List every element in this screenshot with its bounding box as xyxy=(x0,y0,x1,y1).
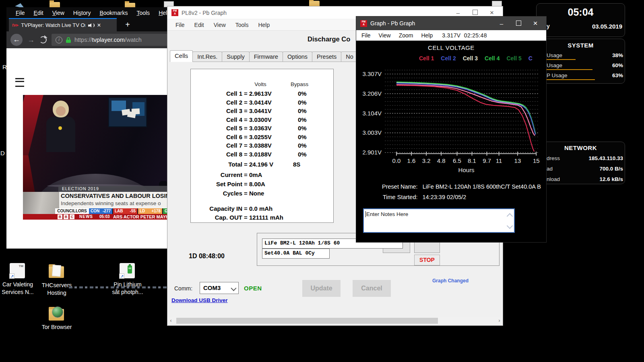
desktop-icon-tor-browser[interactable] xyxy=(49,306,65,322)
pl8-menu-help[interactable]: Help xyxy=(253,20,275,30)
close-button[interactable]: × xyxy=(528,19,542,28)
tab-intres[interactable]: Int.Res. xyxy=(192,51,222,62)
tab-firmware[interactable]: Firmware xyxy=(249,51,283,62)
back-button[interactable]: ← xyxy=(10,34,23,46)
desktop-icon-pin-lithium[interactable]: ↗ xyxy=(120,263,136,279)
desktop-icon-label[interactable]: THCserversHosting xyxy=(33,282,81,297)
update-button[interactable]: Update xyxy=(302,280,341,297)
desktop-icon-label[interactable]: Pin Lithiumsắt photph... xyxy=(103,281,152,296)
status-voltage: 3.317V xyxy=(442,32,460,39)
cell-voltage-row: Cell 7= 3.0388V0% xyxy=(191,142,333,149)
desktop-icon-thcservers[interactable] xyxy=(49,264,65,280)
graph-menu-help[interactable]: Help xyxy=(418,31,438,40)
browser-menu-view[interactable]: View xyxy=(49,8,68,17)
pl8-menu-tools[interactable]: Tools xyxy=(231,20,254,30)
page-info-icon[interactable]: i xyxy=(56,37,62,43)
horizontal-scrollbar[interactable]: ‹ › xyxy=(167,317,503,324)
browser-tab-tvplayer[interactable]: tv▸ TVPlayer: Watch Live TV Onl × xyxy=(9,18,117,31)
video-player[interactable]: ELECTION 2019 CONSERVATIVES AND LABOUR L… xyxy=(23,95,167,220)
tab-close-icon[interactable]: × xyxy=(97,23,101,28)
site-menu-icon[interactable] xyxy=(15,78,24,87)
graph-status: 3.317V 02:25:48 xyxy=(442,32,487,39)
maximize-button[interactable] xyxy=(512,20,525,27)
browser-menu-file[interactable]: File xyxy=(12,8,29,17)
cell-voltage-row: Cell 6= 3.0255V0% xyxy=(191,134,333,140)
series-unlabeled-pink xyxy=(396,84,535,136)
clipped-desktop-text xyxy=(69,286,178,288)
cell-voltage-row: Cell 3= 3.0441V0% xyxy=(191,107,333,114)
browser-menu-bookmarks[interactable]: Bookmarks xyxy=(96,8,131,17)
graph-titlebar[interactable]: FMA Graph - Pb Graph – × xyxy=(356,16,546,30)
pl8-menu-view[interactable]: View xyxy=(209,20,231,30)
svg-text:11: 11 xyxy=(496,157,502,164)
globe-icon xyxy=(52,306,63,318)
status-time: 02:25:48 xyxy=(464,32,487,39)
news-subheadline: Independents winning seats at expense o xyxy=(61,200,167,206)
desktop-icon-label[interactable]: Tor Browser xyxy=(33,323,81,331)
scroll-up-icon[interactable] xyxy=(507,213,513,220)
series-cell-1 xyxy=(396,85,534,152)
sysmon-clock: 05:04 xyxy=(536,6,625,18)
tab-presets[interactable]: Presets xyxy=(312,51,341,62)
svg-text:2.901V: 2.901V xyxy=(362,149,382,156)
svg-text:15: 15 xyxy=(533,157,540,164)
voltage-chart: 3.307V3.206V3.104V3.003V2.901V0.01.63.24… xyxy=(356,41,546,177)
svg-text:3.104V: 3.104V xyxy=(362,110,382,117)
councillors-results-row: COUNCILLORS CON-277LAB-55LD+178G xyxy=(23,208,167,214)
cell-voltage-row: Cell 4= 3.0300V0% xyxy=(191,116,333,123)
app-icon: TM↗ xyxy=(10,263,25,278)
graph-menu-file[interactable]: File xyxy=(359,31,376,40)
maximize-button[interactable] xyxy=(468,9,482,16)
scrollbar-thumb[interactable] xyxy=(176,318,438,324)
scroll-down-icon[interactable] xyxy=(507,223,513,229)
https-lock-icon[interactable] xyxy=(66,37,71,43)
series-cell-3 xyxy=(396,82,535,134)
stat-row: Set Point= 8.00A xyxy=(191,181,333,187)
desktop-icon-car-valeting[interactable]: TM↗ xyxy=(10,263,26,279)
graph-menu-view[interactable]: View xyxy=(376,31,396,40)
sysmon-network-title: NETWORK xyxy=(536,144,625,151)
occluded-button[interactable] xyxy=(414,242,440,253)
scroll-left-icon[interactable]: ‹ xyxy=(167,317,174,324)
browser-menu-tools[interactable]: Tools xyxy=(133,8,153,17)
browser-menu-history[interactable]: History xyxy=(70,8,95,17)
tab-supply[interactable]: Supply xyxy=(222,51,249,62)
broadcast-time: 05:03 xyxy=(99,214,110,220)
usb-driver-link[interactable]: Download USB Driver xyxy=(171,297,228,303)
table-header: Volts Bypass xyxy=(191,81,333,87)
browser-menu-edit[interactable]: Edit xyxy=(30,8,47,17)
reload-button[interactable] xyxy=(39,36,47,43)
svg-text:3.206V: 3.206V xyxy=(362,90,382,97)
svg-text:13: 13 xyxy=(514,157,521,164)
tab-audio-icon[interactable] xyxy=(88,23,94,28)
pl8-menu-edit[interactable]: Edit xyxy=(190,20,209,30)
battery-icon xyxy=(128,265,132,274)
cell-voltage-row: Cell 2= 3.0414V0% xyxy=(191,99,333,106)
news-presenter xyxy=(36,100,83,152)
tab-cells[interactable]: Cells xyxy=(170,50,193,62)
bbc-letter-box: C xyxy=(70,214,74,219)
svg-text:3.307V: 3.307V xyxy=(362,70,382,77)
minimize-button[interactable]: – xyxy=(495,20,508,27)
close-button[interactable]: × xyxy=(485,9,499,17)
com-port-select[interactable]: COM3 xyxy=(200,282,239,294)
svg-text:8.1: 8.1 xyxy=(468,157,476,164)
pl8-menu-file[interactable]: File xyxy=(171,20,190,30)
total-row: Total = 24.196 V 8S xyxy=(191,161,333,168)
preset-settings-field[interactable]: Set40.0A BAL 0Cy xyxy=(262,249,330,259)
graph-menu-zoom[interactable]: Zoom xyxy=(396,31,419,40)
cancel-button[interactable]: Cancel xyxy=(353,280,391,297)
new-tab-button[interactable]: + xyxy=(122,20,133,30)
stat-row: Cycles= None xyxy=(191,190,333,197)
svg-text:3.003V: 3.003V xyxy=(362,129,382,136)
stop-button[interactable]: STOP xyxy=(414,255,440,265)
url-text[interactable]: https://tvplayer.com/watch xyxy=(74,37,142,43)
minimize-button[interactable]: – xyxy=(451,9,465,16)
tab-options[interactable]: Options xyxy=(283,51,312,62)
comm-status: OPEN xyxy=(244,285,262,292)
scroll-right-icon[interactable]: › xyxy=(496,317,503,324)
forward-button[interactable]: → xyxy=(27,36,35,44)
system-usage-row: P Usage63% xyxy=(547,72,623,81)
notes-textarea[interactable]: Enter Notes Here xyxy=(363,208,515,233)
folder-icon xyxy=(49,309,64,321)
